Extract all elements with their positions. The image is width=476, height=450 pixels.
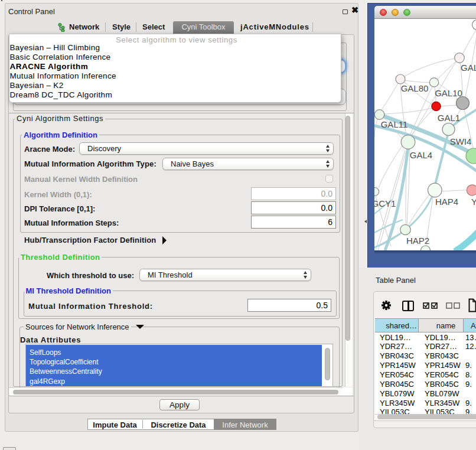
svg-text:GAL80: GAL80: [401, 83, 429, 93]
svg-text:GAL11: GAL11: [381, 119, 408, 129]
svg-text:YM: YM: [471, 197, 476, 207]
svg-text:HAP4: HAP4: [435, 197, 458, 207]
svg-text:GAL10: GAL10: [435, 88, 462, 98]
svg-text:GAL4: GAL4: [410, 150, 432, 160]
svg-text:GAL2: GAL2: [461, 63, 476, 73]
svg-text:GAL1: GAL1: [438, 113, 460, 123]
svg-text:GCY1: GCY1: [374, 198, 396, 208]
svg-text:SWI4: SWI4: [450, 136, 472, 146]
svg-text:HAP2: HAP2: [406, 236, 429, 246]
